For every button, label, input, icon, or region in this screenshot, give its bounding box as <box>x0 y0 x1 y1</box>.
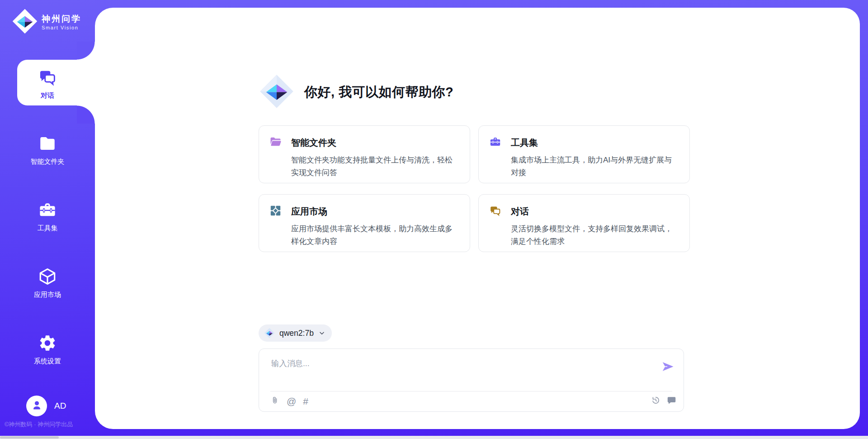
greeting-title: 你好, 我可以如何帮助你? <box>304 83 453 101</box>
sidebar-item-label: 应用市场 <box>0 291 95 299</box>
diamond-logo-icon <box>264 328 275 339</box>
card-description: 集成市场上主流工具，助力AI与外界无缝扩展与对接 <box>511 154 678 179</box>
diamond-logo-icon <box>259 74 294 111</box>
card-description: 灵活切换多模型文件，支持多样回复效果调试，满足个性化需求 <box>511 223 678 248</box>
sidebar-item-label: 工具集 <box>0 224 95 233</box>
card-app-market[interactable]: 应用市场 应用市场提供丰富长文本模板，助力高效生成多样化文章内容 <box>259 194 470 252</box>
greeting-block: 你好, 我可以如何帮助你? <box>259 74 453 111</box>
at-icon[interactable]: @ <box>287 396 296 406</box>
app-logo: 神州问学 Smart Vision <box>12 8 81 36</box>
briefcase-icon <box>489 136 501 150</box>
message-composer: @ # <box>259 348 684 412</box>
card-smart-folders[interactable]: 智能文件夹 智能文件夹功能支持批量文件上传与清洗，轻松实现文件问答 <box>259 125 470 183</box>
sidebar-item-label: 对话 <box>0 91 95 100</box>
sidebar-item-toolset[interactable]: 工具集 <box>0 200 95 233</box>
sidebar-item-chat[interactable]: 对话 <box>0 68 95 100</box>
composer-tools-left: @ # <box>270 396 308 407</box>
message-input[interactable] <box>270 355 643 372</box>
folder-icon <box>38 147 57 154</box>
briefcase-icon <box>38 213 57 221</box>
person-icon <box>31 399 43 413</box>
app-grid-icon <box>269 205 282 219</box>
avatar <box>26 396 47 416</box>
card-title: 工具集 <box>511 137 538 149</box>
card-chat[interactable]: 对话 灵活切换多模型文件，支持多样回复效果调试，满足个性化需求 <box>478 194 690 252</box>
gear-icon <box>38 346 57 354</box>
scrollbar-thumb[interactable] <box>0 436 59 439</box>
sidebar-item-label: 系统设置 <box>0 357 95 366</box>
user-profile[interactable]: AD <box>26 396 66 416</box>
active-tab-fillet-top <box>77 42 95 60</box>
main-panel: 你好, 我可以如何帮助你? 智能文件夹 智能文件夹功能支持批量文件上传与清洗，轻… <box>95 8 860 429</box>
hash-icon[interactable]: # <box>303 396 308 406</box>
chat-bubbles-icon <box>38 81 57 88</box>
card-description: 智能文件夹功能支持批量文件上传与清洗，轻松实现文件问答 <box>291 154 458 179</box>
history-icon[interactable] <box>651 396 660 407</box>
composer-tools-right <box>651 396 676 407</box>
brand-subtitle: Smart Vision <box>42 25 81 30</box>
model-selector[interactable]: qwen2:7b <box>259 324 332 342</box>
chat-bubble-icon[interactable] <box>667 396 676 407</box>
card-description: 应用市场提供丰富长文本模板，助力高效生成多样化文章内容 <box>291 223 458 248</box>
card-title: 应用市场 <box>291 205 327 218</box>
sidebar-item-app-market[interactable]: 应用市场 <box>0 267 95 299</box>
brand-diamond-icon <box>12 8 38 36</box>
sidebar-item-smart-folders[interactable]: 智能文件夹 <box>0 134 95 166</box>
sidebar: 神州问学 Smart Vision 对话 智能文件夹 <box>0 0 95 439</box>
composer-divider <box>270 391 672 391</box>
copyright-text: ©神州数码 · 神州问学出品 <box>5 420 73 429</box>
send-icon[interactable] <box>661 360 675 373</box>
open-folder-icon <box>269 136 282 150</box>
model-name: qwen2:7b <box>279 329 314 338</box>
chat-bubbles-icon <box>489 205 501 219</box>
chevron-down-icon <box>318 329 326 337</box>
card-toolset[interactable]: 工具集 集成市场上主流工具，助力AI与外界无缝扩展与对接 <box>478 125 690 183</box>
card-title: 智能文件夹 <box>291 137 336 149</box>
sidebar-item-settings[interactable]: 系统设置 <box>0 334 95 366</box>
feature-cards: 智能文件夹 智能文件夹功能支持批量文件上传与清洗，轻松实现文件问答 <box>259 125 690 252</box>
cube-icon <box>38 280 57 287</box>
paperclip-icon[interactable] <box>270 396 280 407</box>
sidebar-item-label: 智能文件夹 <box>0 157 95 166</box>
user-initials: AD <box>54 401 66 411</box>
card-title: 对话 <box>511 205 529 218</box>
active-tab-fillet-bottom <box>77 105 95 124</box>
horizontal-scrollbar[interactable] <box>0 436 868 439</box>
brand-name: 神州问学 <box>42 14 81 24</box>
